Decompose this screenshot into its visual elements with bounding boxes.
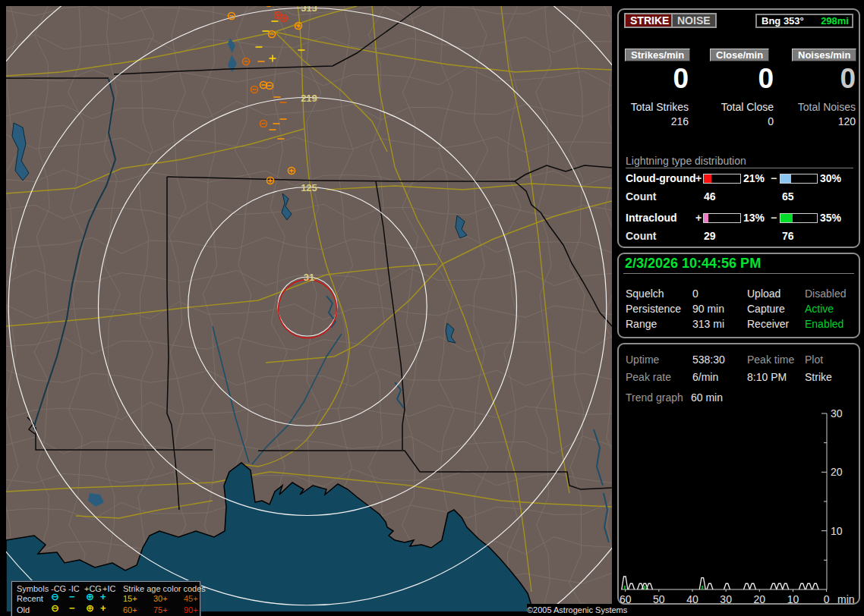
- status-label: Receiver: [747, 318, 789, 330]
- session-panel: Uptime538:30Peak timePlotPeak rate6/min8…: [617, 343, 860, 605]
- dist-plus-bar: [703, 174, 741, 184]
- svg-text:30: 30: [831, 407, 843, 420]
- plus-sign: +: [695, 172, 702, 184]
- status-label: Range: [626, 318, 657, 330]
- svg-text:40: 40: [686, 593, 698, 603]
- total-value-1: 0: [690, 115, 774, 127]
- minus-sign: −: [771, 172, 777, 184]
- svg-text:50: 50: [653, 593, 665, 603]
- circle-minus-icon: ⊖: [51, 604, 59, 613]
- lightning-map[interactable]: 31321912531 Symbols -CG -IC +CG +IC Stri…: [6, 6, 612, 611]
- minus-sign: −: [771, 212, 777, 224]
- svg-text:10: 10: [787, 593, 799, 603]
- plus-icon: +: [100, 604, 106, 613]
- rate-value-2: 0: [795, 66, 856, 92]
- ring-label-125: 125: [301, 182, 317, 193]
- dist-plus-count: 46: [704, 190, 716, 203]
- status-value: Active: [805, 303, 834, 315]
- svg-text:20: 20: [754, 593, 766, 603]
- dist-plus-bar: [703, 213, 741, 223]
- legend-age-15plus: 15+: [123, 594, 137, 603]
- circle-minus-icon: ⊖: [51, 592, 59, 602]
- dist-minus-count: 65: [782, 190, 794, 203]
- status-label: Upload: [747, 288, 780, 300]
- bearing-label: Bng 353°: [762, 15, 804, 27]
- map-canvas: 31321912531: [6, 6, 612, 611]
- bearing-readout: Bng 353° 298mi: [755, 14, 853, 28]
- rate-value-0: 0: [628, 66, 689, 92]
- svg-text:60: 60: [620, 593, 632, 603]
- plus-sign: +: [695, 212, 702, 224]
- status-value: 90 min: [692, 303, 724, 315]
- svg-text:30: 30: [720, 593, 732, 603]
- svg-text:min: min: [837, 593, 855, 603]
- legend-age-75plus: 75+: [153, 605, 168, 614]
- noise-button[interactable]: NOISE: [671, 13, 717, 28]
- dist-plus-pct: 13%: [743, 212, 765, 224]
- total-value-2: 120: [772, 115, 856, 127]
- status-label: Persistence: [626, 303, 681, 315]
- map-legend: Symbols -CG -IC +CG +IC Strike age color…: [11, 581, 200, 616]
- stats-panel: STRIKE NOISE Bng 353° 298mi Strikes/min0…: [617, 8, 860, 248]
- rate-chip-1[interactable]: Close/min: [710, 49, 769, 61]
- distribution-title: Lightning type distribution: [626, 155, 853, 167]
- total-label-2: Total Noises: [772, 101, 856, 113]
- svg-text:0: 0: [824, 593, 830, 603]
- dist-minus-bar: [780, 213, 818, 223]
- dist-plus-pct: 21%: [743, 172, 765, 184]
- status-value: Enabled: [805, 318, 844, 330]
- rate-chip-2[interactable]: Noises/min: [792, 49, 856, 61]
- status-value: 0: [692, 288, 698, 300]
- legend-age-60plus: 60+: [123, 605, 137, 614]
- legend-age-title: Strike age color codes: [123, 584, 206, 593]
- app-window: 31321912531 Symbols -CG -IC +CG +IC Stri…: [0, 0, 864, 616]
- status-value: 313 mi: [692, 318, 724, 330]
- status-label: Squelch: [626, 288, 664, 300]
- circle-plus-icon: ⊕: [86, 604, 94, 613]
- dist-count-label: Count: [626, 190, 656, 203]
- rate-chip-0[interactable]: Strikes/min: [625, 49, 690, 61]
- date-time: 2/3/2026 10:44:56 PM: [625, 256, 761, 272]
- ring-label-219: 219: [301, 93, 317, 104]
- legend-row-label: Recent: [17, 594, 43, 603]
- status-panel: 2/3/2026 10:44:56 PM Squelch0UploadDisab…: [617, 253, 860, 338]
- dist-minus-count: 76: [782, 230, 794, 242]
- svg-text:20: 20: [831, 466, 843, 478]
- dist-row-label: Intracloud: [626, 212, 677, 224]
- minus-icon: −: [69, 592, 75, 602]
- status-value: Disabled: [805, 288, 846, 300]
- ring-label-313: 313: [301, 6, 317, 14]
- total-label-0: Total Strikes: [605, 101, 689, 113]
- ring-label-31: 31: [304, 272, 314, 283]
- legend-symbols-header: Symbols: [17, 584, 49, 593]
- svg-text:10: 10: [831, 525, 843, 537]
- strike-button[interactable]: STRIKE: [624, 13, 675, 28]
- dist-count-label: Count: [626, 230, 656, 242]
- total-label-1: Total Close: [690, 101, 774, 113]
- datetime-divider: [623, 273, 854, 274]
- bearing-distance: 298mi: [821, 15, 849, 27]
- trend-graph: 3020106050403020100min: [619, 344, 859, 603]
- dist-minus-pct: 30%: [820, 172, 841, 184]
- dist-minus-pct: 35%: [820, 212, 841, 224]
- legend-age-30plus: 30+: [153, 594, 168, 603]
- distribution-divider: [626, 168, 853, 168]
- dist-plus-count: 29: [704, 230, 716, 242]
- legend-age-90plus: 90+: [184, 605, 198, 614]
- legend-row-label: Old: [17, 605, 30, 614]
- legend-age-45plus: 45+: [184, 594, 198, 603]
- status-label: Capture: [747, 303, 785, 315]
- rate-value-1: 0: [713, 66, 774, 92]
- total-value-0: 216: [605, 115, 689, 127]
- dist-row-label: Cloud-ground: [626, 172, 696, 184]
- dist-minus-bar: [780, 174, 818, 184]
- circle-plus-icon: ⊕: [86, 592, 94, 602]
- plus-icon: +: [100, 592, 106, 602]
- copyright-bar: ©2005 Astrogenic Systems: [527, 604, 618, 616]
- minus-icon: −: [69, 604, 75, 613]
